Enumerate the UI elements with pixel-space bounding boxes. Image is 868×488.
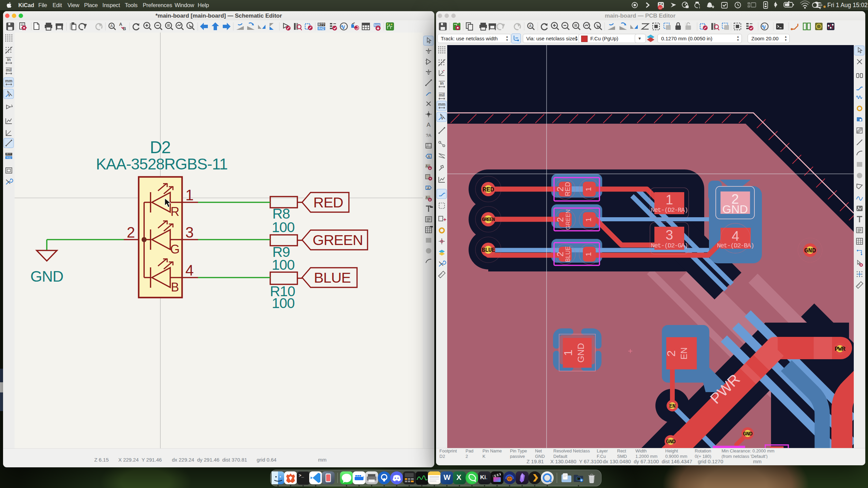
svg-text:in: in <box>7 57 11 62</box>
svg-text:100: 100 <box>272 257 294 273</box>
svg-text:RED: RED <box>564 182 571 196</box>
svg-text:GREEN: GREEN <box>482 217 495 223</box>
svg-text:R: R <box>171 205 179 219</box>
svg-text:GREEN: GREEN <box>565 209 571 230</box>
svg-text:4: 4 <box>185 262 194 279</box>
svg-text:RED: RED <box>313 194 343 210</box>
svg-text:1: 1 <box>561 350 574 356</box>
svg-text:mm: mm <box>438 102 445 107</box>
svg-text:GND: GND <box>722 203 748 216</box>
svg-text:BLUE: BLUE <box>314 269 351 286</box>
svg-text:R42: R42 <box>318 27 325 30</box>
svg-text:GREEN: GREEN <box>313 232 363 248</box>
svg-text:A: A <box>427 122 431 128</box>
svg-text:A: A <box>529 24 532 28</box>
svg-text:1: 1 <box>185 187 194 203</box>
svg-text:2: 2 <box>555 252 565 257</box>
svg-text:100: 100 <box>272 219 294 235</box>
svg-text:RED: RED <box>482 186 494 194</box>
svg-text:1: 1 <box>584 252 593 256</box>
svg-text:GND: GND <box>31 268 63 285</box>
svg-text:2: 2 <box>665 350 677 357</box>
svg-text:1: 1 <box>666 192 673 207</box>
svg-text:G: G <box>170 242 180 256</box>
svg-text:Net-(D2-RA): Net-(D2-RA) <box>651 206 688 214</box>
svg-text:R??: R?? <box>6 152 12 156</box>
svg-text:1: 1 <box>584 187 593 191</box>
svg-text:B: B <box>171 280 179 294</box>
svg-text:12: 12 <box>658 6 662 9</box>
svg-text:GND: GND <box>743 431 752 437</box>
svg-text:mil: mil <box>6 68 12 73</box>
svg-text:2: 2 <box>555 217 565 222</box>
svg-text:2: 2 <box>127 224 135 241</box>
svg-text:1: 1 <box>584 218 593 222</box>
svg-text:KAA-3528RGBS-11: KAA-3528RGBS-11 <box>96 155 228 173</box>
svg-text:?A: ?A <box>426 133 431 138</box>
svg-text:mil: mil <box>439 93 445 98</box>
svg-text:EN: EN <box>669 403 675 409</box>
svg-text:GND: GND <box>804 247 816 255</box>
svg-text:D2: D2 <box>150 138 170 157</box>
svg-text:100: 100 <box>272 295 294 311</box>
svg-text:!: ! <box>699 5 700 9</box>
svg-text:A: A <box>427 186 430 190</box>
svg-text:in: in <box>440 81 444 86</box>
svg-text:R42: R42 <box>6 156 12 159</box>
svg-text:BLUE: BLUE <box>481 247 495 253</box>
svg-text:mm: mm <box>5 79 12 83</box>
svg-text:GND: GND <box>576 343 586 363</box>
svg-text:B: B <box>123 26 126 31</box>
svg-text:GND: GND <box>666 439 675 445</box>
svg-text:EN: EN <box>679 347 689 360</box>
svg-text:3: 3 <box>185 224 194 241</box>
svg-text:BLUE: BLUE <box>565 246 571 262</box>
svg-text:A: A <box>428 155 430 159</box>
svg-text:R??: R?? <box>318 23 324 26</box>
svg-text:A: A <box>119 22 122 27</box>
svg-text:A: A <box>110 24 113 28</box>
svg-text:PWR: PWR <box>834 345 846 353</box>
svg-text:3: 3 <box>666 227 673 242</box>
svg-text:Net-(D2-GA): Net-(D2-GA) <box>651 242 688 249</box>
svg-text:4: 4 <box>732 228 739 243</box>
